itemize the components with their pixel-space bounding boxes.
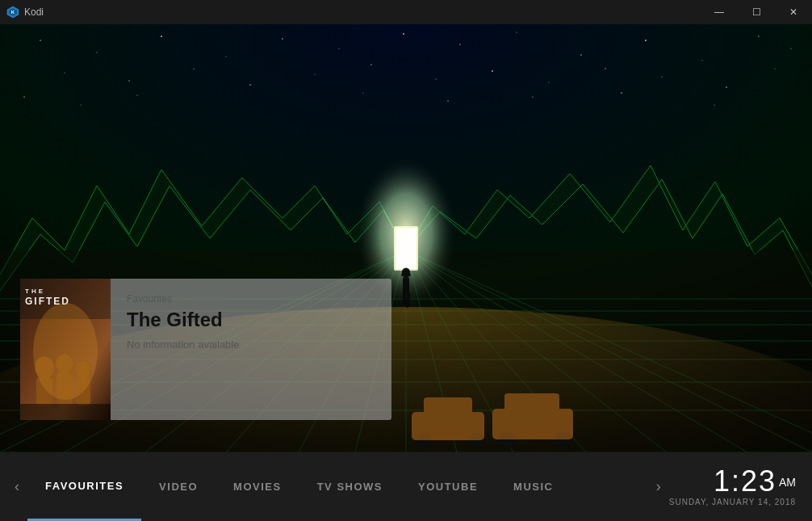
- svg-rect-83: [424, 397, 472, 415]
- nav-item-music[interactable]: MUSIC: [496, 452, 571, 521]
- clock-area: 1:23AM SUNDAY, JANUARY 14, 2018: [669, 467, 804, 506]
- svg-point-25: [492, 70, 493, 72]
- clock-time: 1:23: [714, 464, 776, 498]
- svg-point-36: [532, 96, 533, 97]
- svg-rect-84: [492, 409, 573, 439]
- svg-point-30: [775, 69, 776, 69]
- svg-point-22: [315, 74, 316, 75]
- info-description: No information available: [127, 338, 239, 351]
- nav-item-tvshows[interactable]: TV SHOWS: [299, 452, 400, 521]
- nav-arrow-right[interactable]: ›: [650, 478, 669, 495]
- svg-point-34: [363, 93, 364, 94]
- svg-point-26: [549, 82, 550, 83]
- svg-point-5: [96, 52, 97, 53]
- minimize-button[interactable]: —: [701, 0, 738, 24]
- svg-point-11: [459, 44, 460, 44]
- svg-point-33: [136, 95, 137, 95]
- svg-point-6: [161, 36, 162, 37]
- svg-text:THE: THE: [25, 288, 45, 295]
- svg-point-13: [580, 54, 582, 56]
- navbar: ‹ FAVOURITES VIDEO MOVIES TV SHOWS YOUTU…: [0, 452, 812, 521]
- nav-item-youtube[interactable]: YOUTUBE: [400, 452, 496, 521]
- svg-rect-67: [396, 228, 416, 269]
- svg-rect-82: [412, 412, 484, 440]
- svg-point-102: [33, 303, 98, 400]
- svg-point-8: [282, 38, 283, 40]
- titlebar-left: K Kodi: [0, 6, 44, 19]
- close-button[interactable]: ✕: [775, 0, 812, 24]
- kodi-logo-icon: K: [6, 6, 19, 19]
- svg-point-10: [403, 33, 404, 35]
- svg-point-17: [790, 48, 791, 48]
- nav-arrow-left[interactable]: ‹: [8, 478, 27, 495]
- svg-point-9: [338, 48, 339, 48]
- poster-image: THE GIFTED: [20, 279, 111, 420]
- svg-point-27: [605, 68, 605, 69]
- svg-point-37: [621, 92, 622, 94]
- svg-point-20: [193, 68, 194, 69]
- svg-text:K: K: [11, 10, 15, 15]
- main-background: THE GIFTED: [0, 24, 812, 452]
- app-title: Kodi: [24, 6, 44, 18]
- svg-point-73: [402, 268, 410, 277]
- maximize-button[interactable]: ☐: [738, 0, 775, 24]
- info-panel: THE GIFTED: [20, 279, 391, 420]
- svg-point-21: [249, 84, 251, 86]
- svg-point-19: [128, 80, 129, 81]
- svg-point-38: [714, 105, 715, 106]
- svg-rect-70: [403, 277, 409, 295]
- svg-rect-71: [403, 293, 406, 306]
- clock-date: SUNDAY, JANUARY 14, 2018: [669, 498, 796, 506]
- svg-point-4: [40, 40, 41, 41]
- svg-point-7: [226, 57, 227, 57]
- nav-items: FAVOURITES VIDEO MOVIES TV SHOWS YOUTUBE…: [27, 452, 650, 521]
- info-category: Favourites: [127, 293, 239, 305]
- svg-point-15: [702, 61, 703, 61]
- svg-point-18: [65, 73, 65, 74]
- svg-point-24: [435, 78, 436, 79]
- titlebar: K Kodi — ☐ ✕: [0, 0, 812, 24]
- nav-item-movies[interactable]: MOVIES: [216, 452, 299, 521]
- svg-point-12: [516, 32, 517, 32]
- svg-point-29: [726, 86, 727, 88]
- window-controls: — ☐ ✕: [701, 0, 812, 24]
- svg-point-14: [645, 40, 647, 41]
- info-text-area: Favourites The Gifted No information ava…: [111, 279, 255, 420]
- svg-point-16: [758, 36, 759, 36]
- svg-point-32: [81, 105, 82, 106]
- svg-rect-103: [20, 404, 111, 420]
- poster-graphic: THE GIFTED: [20, 279, 111, 420]
- nav-item-video[interactable]: VIDEO: [141, 452, 216, 521]
- svg-point-28: [661, 76, 662, 77]
- nav-item-favourites[interactable]: FAVOURITES: [27, 452, 141, 521]
- clock-ampm: AM: [779, 476, 796, 489]
- info-title: The Gifted: [127, 309, 239, 330]
- svg-point-35: [447, 100, 448, 101]
- svg-point-31: [23, 96, 24, 97]
- svg-point-23: [370, 64, 371, 65]
- svg-rect-85: [504, 393, 559, 413]
